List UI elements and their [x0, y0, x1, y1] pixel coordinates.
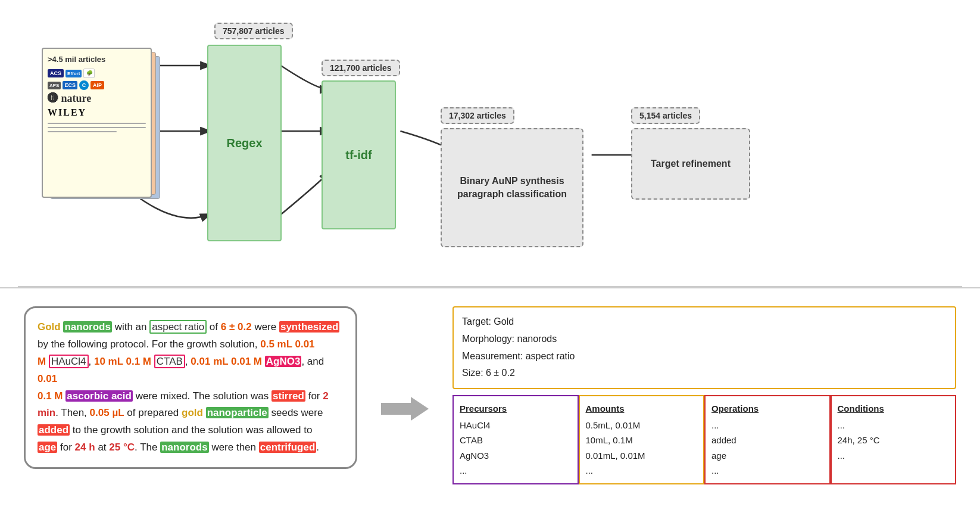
min-text: min: [38, 407, 55, 418]
amount-row-2: 10mL, 0.1M: [586, 433, 698, 448]
ctab-text: CTAB: [154, 355, 185, 368]
count-box-4: 5,154 articles: [631, 107, 700, 124]
pipeline-diagram: >4.5 mil articles ACS Effort 🌳 APS ECS C…: [24, 12, 956, 274]
wiley-logo: WILEY: [48, 107, 86, 118]
precursor-row-1: HAuCl4: [460, 418, 572, 433]
by-text: by the following protocol. For the growt…: [38, 338, 257, 350]
ascorbic-text: ascorbic acid: [65, 390, 133, 402]
amounts-cell: Amounts 0.5mL, 0.01M 10mL, 0.1M 0.01mL, …: [579, 395, 705, 484]
were-then-text: were then: [211, 442, 256, 453]
line3: [48, 131, 117, 132]
logos-row2: APS ECS C AIP: [48, 80, 146, 90]
dot1: . Then,: [55, 407, 87, 418]
logos-row1: ACS Effort 🌳: [48, 69, 146, 78]
comma3: , and: [301, 356, 324, 367]
of2-text: of prepared: [127, 407, 179, 418]
big-arrow: [381, 394, 429, 424]
amounts-header: Amounts: [586, 401, 698, 417]
size-line: Size: 6 ± 0.2: [462, 365, 947, 382]
for-text: for: [308, 390, 320, 402]
temp-text: 25 °C: [109, 442, 135, 453]
gold-text: Gold: [38, 321, 61, 333]
aps-logo: APS: [48, 82, 61, 89]
precursor-row-4: ...: [460, 463, 572, 479]
cond-row-1: ...: [838, 418, 950, 433]
line1: [48, 123, 146, 124]
with-an-text: with an: [115, 321, 150, 333]
articles-stack: >4.5 mil articles ACS Effort 🌳 APS ECS C…: [42, 48, 161, 215]
agno3-text: AgNO3: [265, 356, 302, 367]
count-box-2: 121,700 articles: [322, 60, 400, 76]
nanoparticle-text: nanoparticle: [206, 407, 269, 418]
svg-marker-0: [381, 397, 429, 421]
logos-row4: WILEY: [48, 107, 146, 118]
morphology-line: Morphology: nanorods: [462, 331, 947, 348]
stirred-text: stirred: [271, 390, 305, 402]
target-line: Target: Gold: [462, 313, 947, 331]
gold2-text: gold: [182, 407, 203, 418]
articles-label: >4.5 mil articles: [48, 55, 146, 64]
cond-row-3: 24h, 25 °C: [838, 433, 950, 448]
bottom-section: Gold nanorods with an aspect ratio of 6 …: [0, 287, 980, 522]
line2: [48, 127, 146, 128]
synthesized-text: synthesized: [279, 321, 339, 333]
effort-logo: Effort: [65, 70, 82, 77]
c-logo: C: [79, 80, 89, 90]
value-text: 6 ± 0.2: [221, 321, 252, 333]
m2-text: 0.1 M: [38, 390, 63, 402]
dot2: . The: [135, 442, 157, 453]
target-refinement-box: Target refinement: [631, 128, 750, 200]
conditions-cell: Conditions ... 24h, 25 °C ...: [831, 395, 957, 484]
vol1-text: 0.5 mL 0.01: [260, 338, 314, 350]
seeds-text: seeds were: [271, 407, 323, 418]
ecs-logo: ECS: [63, 81, 77, 89]
precursors-cell: Precursors HAuCl4 CTAB AgNO3 ...: [452, 395, 579, 484]
added-text: added: [38, 424, 70, 436]
tfidf-box: tf-idf: [322, 80, 396, 229]
operations-cell: Operations ... added age ...: [704, 395, 831, 484]
arrow-svg: [381, 394, 429, 424]
regex-box: Regex: [207, 45, 282, 241]
mixed-text: were mixed. The solution was: [136, 390, 269, 402]
time2-text: 24 h: [75, 442, 95, 453]
age-text: age: [38, 442, 57, 453]
at-text: at: [98, 442, 106, 453]
paper-front: >4.5 mil articles ACS Effort 🌳 APS ECS C…: [42, 48, 152, 198]
results-panel: Target: Gold Morphology: nanorods Measur…: [452, 306, 956, 484]
aip-logo: AIP: [90, 81, 104, 89]
operations-header: Operations: [711, 401, 823, 417]
nanorods2-text: nanorods: [160, 442, 208, 453]
haucl4-text: HAuCl4: [49, 355, 89, 368]
precursor-row-2: CTAB: [460, 433, 572, 448]
vol4-text: 0.01: [38, 373, 57, 384]
to-text: to the growth solution and the solution …: [73, 424, 313, 436]
conditions-header: Conditions: [838, 401, 950, 417]
centrifuged-text: centrifuged: [259, 442, 317, 453]
logos-row3: 🅝 nature: [48, 92, 146, 105]
top-section: >4.5 mil articles ACS Effort 🌳 APS ECS C…: [0, 0, 980, 286]
paper-lines: [48, 123, 146, 135]
op-row-3: age: [711, 448, 823, 464]
count-box-1: 757,807 articles: [214, 23, 293, 39]
nanorods-text1: nanorods: [63, 321, 111, 333]
target-box: Target: Gold Morphology: nanorods Measur…: [452, 306, 956, 389]
vol5-text: 0.05 µL: [90, 407, 124, 418]
annotated-text-box: Gold nanorods with an aspect ratio of 6 …: [24, 306, 357, 469]
springer-logo: 🌳: [83, 69, 95, 78]
dot3: .: [316, 442, 319, 453]
op-row-1: ...: [711, 418, 823, 433]
time1-text: 2: [323, 390, 328, 402]
precursor-row-3: AgNO3: [460, 448, 572, 464]
vol2-text: 10 mL 0.1 M: [94, 356, 151, 367]
binary-aunp-box: Binary AuNP synthesis paragraph classifi…: [441, 128, 583, 247]
count-box-3: 17,302 articles: [441, 107, 514, 124]
comma1: ,: [89, 356, 92, 367]
for2-text: for: [60, 442, 72, 453]
vol3-text: 0.01 mL 0.01 M: [191, 356, 262, 367]
amount-row-4: ...: [586, 463, 698, 479]
op-row-4: ...: [711, 463, 823, 479]
amount-row-1: 0.5mL, 0.01M: [586, 418, 698, 433]
cond-row-4: ...: [838, 448, 950, 464]
comma2: ,: [185, 356, 188, 367]
were-text: were: [254, 321, 279, 333]
